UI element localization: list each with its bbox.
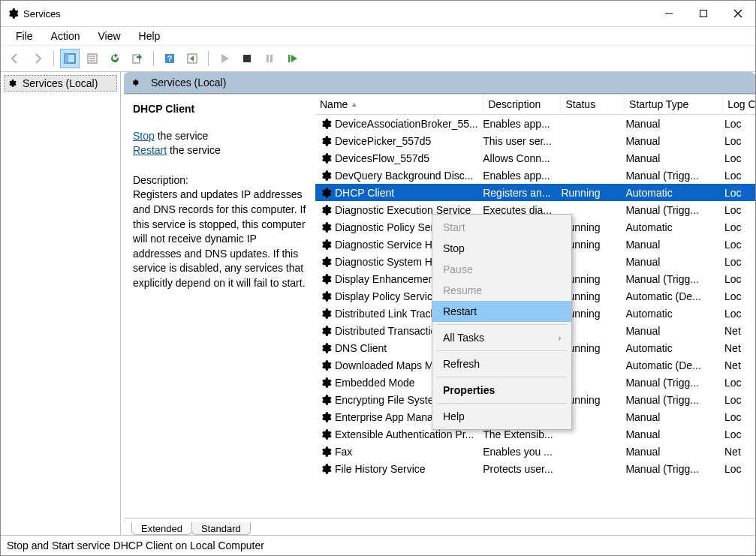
maximize-button[interactable] [686, 1, 721, 26]
back-button[interactable] [5, 49, 25, 68]
service-row[interactable]: DevQuery Background Disc...Enables app..… [315, 167, 755, 184]
gear-icon [320, 359, 332, 371]
cell-logon: Loc [721, 118, 755, 130]
sort-ascending-icon: ▲ [351, 101, 357, 108]
cell-startup: Manual [622, 325, 721, 337]
toolbar: ? [1, 45, 755, 72]
forward-button[interactable] [28, 49, 47, 68]
restart-link[interactable]: Restart [133, 144, 167, 156]
cell-logon: Loc [721, 273, 755, 285]
cell-startup: Manual [622, 135, 721, 147]
service-row[interactable]: FaxEnables you ...ManualNet [315, 443, 755, 460]
cell-logon: Loc [721, 135, 755, 147]
tab-extended[interactable]: Extended [131, 522, 192, 535]
gear-icon [320, 290, 332, 302]
service-row[interactable]: File History ServiceProtects user...Manu… [315, 460, 755, 477]
cell-logon: Loc [721, 377, 755, 389]
cell-logon: Net [721, 446, 755, 458]
menu-file[interactable]: File [8, 29, 41, 44]
close-button[interactable] [721, 1, 755, 26]
menu-view[interactable]: View [90, 29, 128, 44]
context-menu-all-tasks[interactable]: All Tasks› [432, 327, 571, 348]
cell-logon: Loc [721, 308, 755, 320]
cell-startup: Manual (Trigg... [622, 273, 721, 285]
service-row[interactable]: DevicePicker_557d5This user ser...Manual… [315, 132, 755, 149]
minimize-button[interactable] [652, 1, 686, 26]
gear-icon [8, 77, 20, 89]
context-menu-restart[interactable]: Restart [432, 301, 571, 322]
context-menu-stop[interactable]: Stop [432, 238, 571, 259]
titlebar: Services [1, 1, 755, 27]
gear-icon [320, 394, 332, 406]
properties-button[interactable] [83, 49, 102, 68]
service-detail-panel: DHCP Client Stop the service Restart the… [124, 95, 315, 518]
context-menu[interactable]: StartStopPauseResumeRestartAll Tasks›Ref… [432, 214, 572, 430]
cell-desc: Protects user... [480, 463, 558, 475]
service-row[interactable]: DeviceAssociationBroker_55...Enables app… [315, 115, 755, 132]
service-row[interactable]: DevicesFlow_557d5Allows Conn...ManualLoc [315, 149, 755, 167]
show-hide-console-tree-button[interactable] [60, 49, 80, 68]
cell-startup: Automatic [622, 221, 721, 233]
cell-name: DevQuery Background Disc... [315, 170, 480, 182]
refresh-button[interactable] [105, 49, 125, 68]
cell-startup: Automatic [622, 342, 721, 354]
gear-icon [320, 446, 332, 458]
service-row[interactable]: DHCP ClientRegisters an...RunningAutomat… [315, 184, 755, 201]
restart-service-button[interactable] [282, 49, 302, 68]
stop-link[interactable]: Stop [133, 130, 155, 142]
cell-logon: Loc [721, 428, 755, 440]
col-status[interactable]: Status [561, 95, 625, 114]
context-menu-separator [437, 350, 567, 351]
context-menu-properties[interactable]: Properties [432, 380, 571, 401]
cell-startup: Manual [622, 411, 721, 423]
help-button[interactable]: ? [160, 49, 179, 68]
context-menu-refresh[interactable]: Refresh [432, 353, 571, 374]
context-menu-separator [437, 377, 567, 377]
right-header-label: Services (Local) [151, 77, 226, 89]
view-settings-button[interactable] [182, 49, 202, 68]
context-menu-help[interactable]: Help [432, 406, 571, 427]
pause-service-button[interactable] [260, 49, 279, 68]
cell-startup: Manual (Trigg... [622, 204, 721, 216]
cell-startup: Manual [622, 239, 721, 251]
svg-rect-14 [243, 55, 251, 62]
svg-rect-1 [700, 11, 707, 17]
menu-action[interactable]: Action [44, 29, 88, 44]
submenu-arrow-icon: › [559, 334, 561, 342]
description-text: Registers and updates IP addresses and D… [133, 188, 306, 290]
cell-logon: Loc [721, 394, 755, 406]
cell-startup: Manual [622, 256, 721, 268]
gear-icon [131, 76, 145, 89]
gear-icon [320, 221, 332, 233]
col-startup-type[interactable]: Startup Type [625, 95, 723, 114]
menubar: File Action View Help [1, 27, 755, 45]
context-menu-start: Start [432, 217, 571, 238]
console-tree[interactable]: Services (Local) [1, 72, 121, 535]
cell-name: DevicesFlow_557d5 [315, 152, 480, 164]
stop-service-button[interactable] [237, 49, 257, 68]
cell-logon: Loc [721, 463, 755, 475]
cell-name: File History Service [315, 463, 480, 475]
separator [53, 51, 54, 66]
cell-startup: Manual [622, 428, 721, 440]
cell-logon: Loc [721, 187, 755, 199]
tree-services-local[interactable]: Services (Local) [4, 75, 117, 92]
menu-help[interactable]: Help [131, 29, 168, 44]
gear-icon [320, 273, 332, 285]
gear-icon [320, 187, 332, 199]
cell-desc: Registers an... [480, 187, 558, 199]
col-log-on-as[interactable]: Log On As [723, 95, 755, 114]
tab-standard[interactable]: Standard [191, 522, 251, 535]
stop-suffix: the service [155, 130, 209, 142]
start-service-button[interactable] [215, 49, 234, 68]
gear-icon [320, 204, 332, 216]
cell-logon: Loc [721, 256, 755, 268]
col-description[interactable]: Description [483, 95, 561, 114]
right-pane-header: Services (Local) [124, 72, 755, 94]
svg-rect-17 [288, 55, 291, 62]
cell-desc: Enables you ... [480, 446, 558, 458]
tree-label: Services (Local) [23, 77, 98, 89]
export-list-button[interactable] [128, 49, 147, 68]
cell-logon: Loc [721, 221, 755, 233]
col-name[interactable]: Name▲ [315, 95, 483, 114]
